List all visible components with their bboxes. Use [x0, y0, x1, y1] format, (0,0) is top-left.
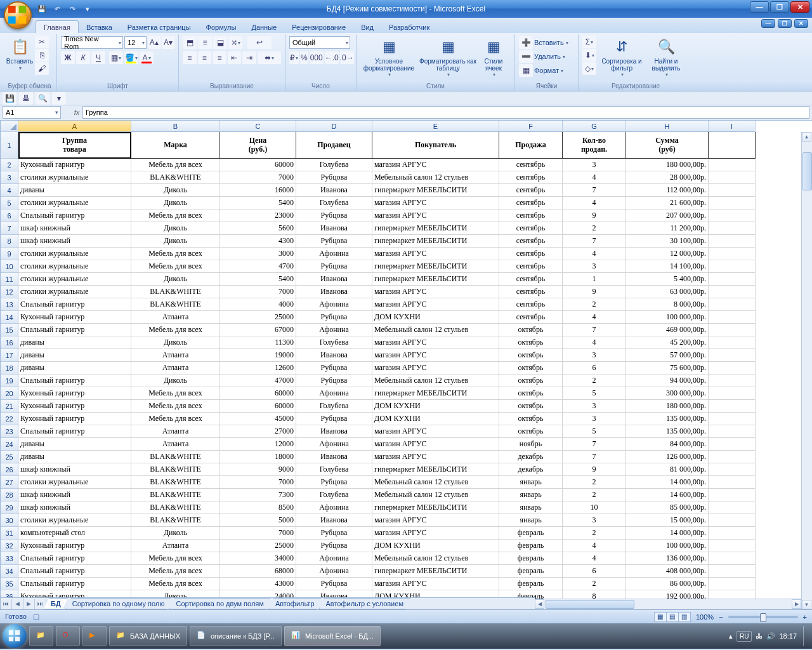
cell-D15[interactable]: Афонина [296, 324, 372, 336]
cell-B13[interactable]: BLAK&WHITE [131, 298, 220, 311]
cell-D31[interactable]: Рубцова [296, 527, 372, 540]
format-painter-icon[interactable]: 🖌 [35, 62, 49, 75]
row-header-8[interactable]: 8 [1, 235, 18, 248]
undo-icon[interactable]: ↶ [51, 3, 63, 15]
cell-B14[interactable]: Атланта [131, 311, 220, 324]
cell-F33[interactable]: февраль [499, 552, 563, 565]
row-header-1[interactable]: 1 [1, 132, 18, 159]
cell-E15[interactable]: Мебельный салон 12 стульев [372, 324, 499, 336]
row-header-7[interactable]: 7 [1, 222, 18, 235]
scroll-right-icon[interactable]: ▶ [792, 599, 801, 609]
cell-G25[interactable]: 7 [563, 451, 626, 463]
cell-D23[interactable]: Иванова [296, 425, 372, 438]
cell-F25[interactable]: декабрь [499, 451, 563, 463]
cell-D18[interactable]: Рубцова [296, 362, 372, 375]
cell-F1[interactable]: Продажа [499, 132, 563, 159]
cell-H21[interactable]: 180 000,00р. [626, 400, 709, 413]
align-left-icon[interactable]: ≡ [183, 51, 197, 64]
cell-E7[interactable]: гипермаркет МЕБЕЛЬСИТИ [372, 222, 499, 235]
cell-E29[interactable]: гипермаркет МЕБЕЛЬСИТИ [372, 501, 499, 514]
cell-E19[interactable]: Мебельный салон 12 стульев [372, 375, 499, 387]
cell-H10[interactable]: 14 100,00р. [626, 260, 709, 273]
scroll-up-icon[interactable]: ▲ [802, 132, 811, 142]
cell-A8[interactable]: шкаф книжный [18, 235, 131, 248]
cell-F29[interactable]: январь [499, 501, 563, 514]
tab-nav-prev-icon[interactable]: ◀ [12, 599, 23, 609]
cell-A25[interactable]: диваны [18, 451, 131, 463]
cell-A29[interactable]: шкаф книжный [18, 501, 131, 514]
ribbon-tab-2[interactable]: Разметка страницы [120, 21, 199, 33]
cell-G30[interactable]: 3 [563, 514, 626, 527]
cell-D30[interactable]: Иванова [296, 514, 372, 527]
cell-C11[interactable]: 5400 [220, 273, 296, 286]
font-color-icon[interactable]: A▾ [140, 51, 154, 64]
formula-input[interactable]: Группа [82, 106, 809, 119]
cell-C21[interactable]: 60000 [220, 400, 296, 413]
spreadsheet-grid[interactable]: ABCDEFGHI1Группа товараМаркаЦена (руб.)П… [0, 121, 812, 609]
cell-I33[interactable] [709, 552, 756, 565]
cell-H3[interactable]: 28 000,00р. [626, 171, 709, 184]
cell-G29[interactable]: 10 [563, 501, 626, 514]
cell-A22[interactable]: Кухонный гарнитур [18, 413, 131, 425]
cell-D24[interactable]: Афонина [296, 438, 372, 451]
cell-E22[interactable]: ДОМ КУХНИ [372, 413, 499, 425]
cell-H22[interactable]: 135 000,00р. [626, 413, 709, 425]
row-header-2[interactable]: 2 [1, 159, 18, 171]
cell-D19[interactable]: Рубцова [296, 375, 372, 387]
cell-G10[interactable]: 3 [563, 260, 626, 273]
scroll-down-icon[interactable]: ▼ [802, 600, 811, 609]
cell-D20[interactable]: Афонина [296, 387, 372, 400]
cell-A2[interactable]: Кухонный гарнитур [18, 159, 131, 171]
cell-I22[interactable] [709, 413, 756, 425]
cell-H2[interactable]: 180 000,00р. [626, 159, 709, 171]
cell-B29[interactable]: BLAK&WHITE [131, 501, 220, 514]
taskbar-item-1[interactable]: 📄описание к БДЗ [Р... [190, 626, 282, 646]
ribbon-tab-0[interactable]: Главная [36, 20, 79, 33]
row-header-10[interactable]: 10 [1, 260, 18, 273]
row-header-23[interactable]: 23 [1, 425, 18, 438]
cell-F9[interactable]: сентябрь [499, 248, 563, 260]
merge-icon[interactable]: ⬌▾ [258, 51, 281, 64]
cell-B31[interactable]: Диколь [131, 527, 220, 540]
cell-I8[interactable] [709, 235, 756, 248]
row-header-22[interactable]: 22 [1, 413, 18, 425]
cell-C10[interactable]: 4700 [220, 260, 296, 273]
cell-G32[interactable]: 4 [563, 540, 626, 552]
fill-icon[interactable]: ⬇▾ [582, 49, 596, 62]
zoom-out-icon[interactable]: − [719, 613, 723, 621]
cell-A31[interactable]: компьютерный стол [18, 527, 131, 540]
cell-F27[interactable]: январь [499, 476, 563, 489]
cell-F23[interactable]: октябрь [499, 425, 563, 438]
cell-E17[interactable]: магазин АРГУС [372, 349, 499, 362]
cell-B35[interactable]: Мебель для всех [131, 578, 220, 590]
office-button[interactable] [4, 1, 32, 29]
cell-C19[interactable]: 47000 [220, 375, 296, 387]
row-header-35[interactable]: 35 [1, 578, 18, 590]
cell-I19[interactable] [709, 375, 756, 387]
cell-F6[interactable]: сентябрь [499, 209, 563, 222]
wrap-text-icon[interactable]: ↩ [247, 36, 272, 49]
cell-E12[interactable]: магазин АРГУС [372, 286, 499, 298]
cell-B17[interactable]: Атланта [131, 349, 220, 362]
tab-nav-next-icon[interactable]: ▶ [23, 599, 35, 609]
col-header-E[interactable]: E [372, 121, 499, 132]
minimize-button[interactable]: — [750, 1, 769, 13]
inc-decimal-icon[interactable]: ←.0 [325, 51, 339, 64]
workbook-minimize-button[interactable]: — [761, 19, 775, 28]
cell-C25[interactable]: 18000 [220, 451, 296, 463]
row-header-17[interactable]: 17 [1, 349, 18, 362]
cell-G34[interactable]: 6 [563, 565, 626, 578]
row-header-29[interactable]: 29 [1, 501, 18, 514]
tray-network-icon[interactable]: 🖧 [756, 632, 763, 640]
save-icon[interactable]: 💾 [36, 3, 48, 15]
cell-D7[interactable]: Иванова [296, 222, 372, 235]
row-header-27[interactable]: 27 [1, 476, 18, 489]
cell-E20[interactable]: гипермаркет МЕБЕЛЬСИТИ [372, 387, 499, 400]
cell-F24[interactable]: ноябрь [499, 438, 563, 451]
cell-E34[interactable]: гипермаркет МЕБЕЛЬСИТИ [372, 565, 499, 578]
cell-B10[interactable]: Мебель для всех [131, 260, 220, 273]
zoom-level[interactable]: 100% [696, 613, 714, 621]
col-header-D[interactable]: D [296, 121, 372, 132]
cell-G4[interactable]: 7 [563, 184, 626, 197]
cell-F3[interactable]: сентябрь [499, 171, 563, 184]
